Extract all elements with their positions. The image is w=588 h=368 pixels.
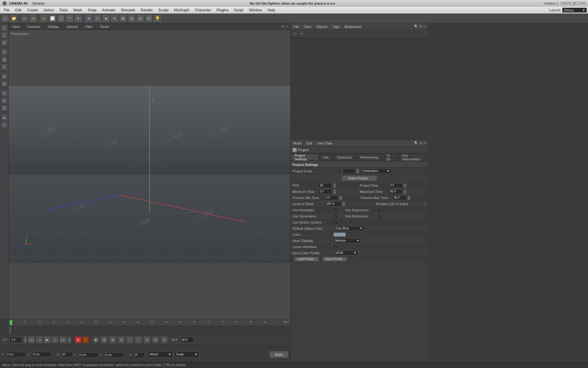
use-animation-checkbox[interactable]	[334, 208, 338, 212]
menu-tools[interactable]: Tools	[57, 7, 70, 13]
btn-transport-bar[interactable]: |	[23, 336, 27, 343]
timeline-ruler[interactable]: 0 5 10 15 20 25 30 35 40 45 50 55 60 65 …	[9, 319, 290, 326]
pos-x-input[interactable]	[6, 352, 26, 357]
pos-y-input[interactable]	[78, 352, 98, 358]
max-time-input[interactable]	[389, 189, 402, 194]
use-expression-checkbox[interactable]	[377, 208, 381, 212]
project-time-spinner[interactable]: ▲▼	[404, 183, 407, 188]
btn-scheme5[interactable]: ◌	[135, 336, 142, 343]
tb-undo[interactable]: ↩	[21, 14, 28, 22]
vp-tab-view[interactable]: View	[10, 23, 21, 30]
menu-window[interactable]: Window	[247, 7, 265, 13]
ls-magnet[interactable]: ⊡	[1, 105, 8, 111]
btn-end[interactable]: |	[67, 336, 71, 343]
attr-tab-project-settings[interactable]: Project Settings	[291, 154, 319, 160]
menu-mograph[interactable]: MoGraph	[172, 7, 192, 13]
max-frame-input[interactable]	[180, 337, 194, 343]
preview-min-input[interactable]	[324, 195, 338, 200]
btn-prev-frame[interactable]: ◁	[36, 336, 43, 343]
color-swatch[interactable]	[334, 232, 346, 237]
btn-scheme1[interactable]: ⊞	[100, 336, 108, 343]
attr-tab-info[interactable]: Info	[319, 154, 333, 160]
menu-sculpt[interactable]: Sculpt	[156, 7, 171, 13]
btn-keyframe[interactable]: ◆	[92, 336, 99, 343]
ls-knife[interactable]: ⚙	[1, 97, 8, 104]
tb-move[interactable]: ✦	[74, 14, 82, 22]
attr-tab-key-interp[interactable]: Key Interpolation	[398, 154, 428, 160]
transform-mode-dropdown[interactable]: Scale▼	[175, 351, 199, 358]
tb-open[interactable]: 📁	[10, 14, 18, 22]
viewport[interactable]: View Cameras Display Options Filter Pane…	[9, 23, 290, 319]
max-time-spinner[interactable]: ▲▼	[404, 189, 407, 194]
obj-tb-1[interactable]: ⬡	[292, 31, 298, 37]
use-deformers-checkbox[interactable]	[377, 214, 381, 218]
lod-spinner[interactable]: ▲▼	[342, 201, 345, 206]
preview-min-spinner[interactable]: ▲▼	[339, 195, 342, 200]
ls-rotate[interactable]: ↻	[1, 63, 8, 70]
btn-play-stop[interactable]: ▶	[43, 336, 51, 343]
vp-tab-cameras[interactable]: Cameras	[25, 23, 43, 30]
attr-tab-referencing[interactable]: Referencing	[356, 154, 382, 160]
min-time-spinner[interactable]: ▲▼	[333, 189, 336, 194]
btn-scheme8[interactable]: ⊜	[160, 336, 168, 343]
ls-move[interactable]: ✛	[1, 49, 8, 56]
tb-redo[interactable]: ↪	[29, 14, 37, 22]
tb-live[interactable]: ●	[40, 14, 48, 22]
attr-tab-dynamics[interactable]: Dynamics	[333, 154, 356, 160]
menu-create[interactable]: Create	[24, 7, 40, 13]
scale-project-btn[interactable]: Scale Project...	[342, 175, 377, 181]
tb-select-rect[interactable]: ⬜	[48, 14, 56, 22]
attr-maximize[interactable]: ⊞	[420, 141, 422, 145]
obj-tab-file[interactable]: File	[292, 25, 300, 29]
attr-search[interactable]: 🔍	[414, 141, 418, 145]
tb-isoline[interactable]: ⊞	[119, 14, 127, 22]
ls-tag[interactable]: ◇	[1, 121, 8, 128]
ls-scene[interactable]: ⬡	[1, 25, 8, 31]
vp-tab-display[interactable]: Display	[46, 23, 61, 30]
obj-tab-objects[interactable]: Objects	[315, 25, 329, 29]
ls-snap[interactable]: ⊛	[1, 80, 8, 87]
use-generators-checkbox[interactable]	[334, 214, 338, 218]
ls-polygon[interactable]: △	[1, 32, 8, 39]
obj-mgr-close[interactable]: ✕	[424, 25, 426, 29]
tb-grid[interactable]: ⊟	[128, 14, 136, 22]
btn-next-frame[interactable]: ▷	[51, 336, 59, 343]
btn-scheme3[interactable]: ⊡	[118, 336, 125, 343]
btn-step-fwd[interactable]: ▷▷	[59, 336, 67, 343]
menu-snap[interactable]: Snap	[85, 7, 99, 13]
menu-character[interactable]: Character	[192, 7, 213, 13]
ls-material[interactable]: ◈	[1, 114, 8, 121]
tb-render[interactable]: 💡	[153, 14, 161, 22]
obj-tab-tags[interactable]: Tags	[331, 25, 341, 29]
menu-animate[interactable]: Animate	[100, 7, 118, 13]
window-menu[interactable]: Window	[32, 2, 44, 5]
scale-p-input[interactable]	[134, 352, 145, 358]
obj-mgr-search[interactable]: 🔍	[414, 25, 418, 29]
rot-x-input[interactable]	[32, 352, 51, 357]
project-scale-input[interactable]	[340, 169, 355, 174]
vp-maximize[interactable]: ⊞	[282, 25, 285, 29]
menu-mesh[interactable]: Mesh	[71, 7, 85, 13]
menu-edit[interactable]: Edit	[13, 7, 24, 13]
ls-scale[interactable]: ⊞	[1, 56, 8, 63]
layout-dropdown[interactable]: Startup ▼	[562, 8, 587, 13]
frame-input[interactable]	[10, 337, 22, 343]
vp-tab-panel[interactable]: Panel	[98, 23, 111, 30]
coord-system-dropdown[interactable]: World▼	[148, 351, 173, 358]
linear-workflow-checkbox[interactable]	[334, 245, 338, 249]
attr-tab-todo[interactable]: To Do	[383, 154, 398, 160]
ls-nurbs[interactable]: ⊛	[1, 39, 8, 46]
ls-axis[interactable]: ⊕	[1, 73, 8, 80]
btn-record[interactable]: ●	[75, 337, 81, 343]
menu-plugins[interactable]: Plugins	[214, 7, 231, 13]
view-clipping-dropdown[interactable]: Medium▼	[334, 238, 361, 243]
vp-tab-filter[interactable]: Filter	[83, 23, 94, 30]
obj-tb-2[interactable]: ✦	[299, 31, 305, 37]
tb-3d[interactable]: ◫	[136, 14, 144, 22]
btn-record-auto[interactable]: ○	[82, 337, 89, 343]
tb-light[interactable]: ✦	[111, 14, 119, 22]
menu-select[interactable]: Select	[41, 7, 56, 13]
tb-solid[interactable]: ■	[85, 14, 93, 22]
apply-button[interactable]: Apply	[270, 351, 288, 358]
btn-scheme7[interactable]: ⊛	[152, 336, 159, 343]
